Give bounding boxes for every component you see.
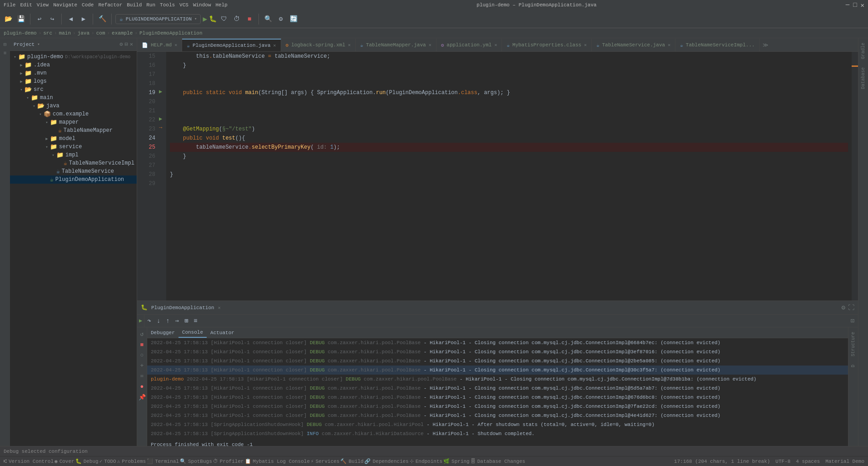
tree-item-logs[interactable]: ▶ 📁 logs — [10, 77, 137, 85]
back-button[interactable]: ◀ — [65, 14, 76, 25]
menu-tools[interactable]: Tools — [160, 2, 175, 8]
tree-item-idea[interactable]: ▶ 📁 .idea — [10, 61, 137, 69]
tool-label-gradle[interactable]: Gradle — [860, 40, 867, 62]
dependencies-button[interactable]: 🔗 Dependencies — [364, 458, 408, 464]
debug-settings-icon[interactable]: ⚙ — [842, 304, 845, 311]
tool-label-d[interactable]: D — [850, 362, 857, 370]
breadcrumb-src[interactable]: src — [43, 30, 52, 36]
search-everywhere-button[interactable]: 🔍 — [263, 14, 273, 25]
cover-button[interactable]: ◉ Cover — [55, 458, 74, 464]
run-config-dropdown[interactable]: ▾ — [194, 16, 197, 21]
tab-close-help[interactable]: ✕ — [174, 42, 177, 48]
close-button[interactable]: ✕ — [861, 1, 864, 9]
tab-application-yml[interactable]: ⚙ application.yml ✕ — [436, 39, 502, 51]
run-button[interactable]: ▶ — [203, 15, 207, 24]
maximize-button[interactable]: □ — [853, 1, 857, 9]
endpoints-button[interactable]: ⊹ Endpoints — [410, 458, 442, 464]
threads-icon[interactable]: ≡ — [191, 317, 200, 325]
tab-help-md[interactable]: 📄 HELP.md ✕ — [137, 39, 182, 51]
coverage-button[interactable]: 🛡 — [218, 14, 229, 25]
cursor-position[interactable]: 17:168 (204 chars, 1 line break) — [674, 459, 770, 464]
tree-item-mvn[interactable]: ▶ 📁 .mvn — [10, 69, 137, 77]
debug-close-button[interactable]: ✕ — [218, 305, 221, 311]
tree-item-tablename-mapper[interactable]: ☕ TableNameMapper — [10, 126, 137, 135]
menu-window[interactable]: Window — [193, 2, 211, 8]
tree-item-src[interactable]: ▾ 📂 src — [10, 85, 137, 94]
step-into-icon[interactable]: ↓ — [154, 317, 163, 325]
breadcrumb-main[interactable]: main — [59, 30, 71, 36]
tree-item-service[interactable]: ▾ 📁 service — [10, 143, 137, 151]
breakpoint-active-icon[interactable]: ● — [139, 382, 145, 391]
undo-button[interactable]: ↩ — [34, 14, 45, 25]
menu-file[interactable]: File — [4, 2, 15, 8]
debug-mute-icon[interactable]: ○ — [139, 351, 145, 360]
structure-toggle[interactable]: ⊟ — [1, 40, 9, 48]
menu-vcs[interactable]: VCS — [179, 2, 188, 8]
spotbugs-button[interactable]: 🔍 SpotBugs — [180, 458, 212, 464]
tree-item-root[interactable]: ▾ 📁 plugin-demo D:\workspace\plugin-demo — [10, 53, 137, 61]
tab-plugin-demo-app[interactable]: ☕ PluginDemoApplication.java ✕ — [182, 39, 281, 51]
collapse-all-icon[interactable]: ⊟ — [125, 41, 128, 48]
profile-button[interactable]: ⏱ — [231, 14, 242, 25]
tab-close-logback[interactable]: ✕ — [348, 42, 351, 48]
theme-info[interactable]: Material Demo — [825, 459, 864, 464]
menu-build[interactable]: Build — [127, 2, 142, 8]
right-scroll-gutter[interactable] — [852, 52, 858, 301]
actuator-tab[interactable]: Actuator — [207, 327, 238, 338]
breadcrumb-class[interactable]: PluginDemoApplication — [139, 30, 203, 36]
debug-button[interactable]: 🐛 — [209, 15, 217, 23]
forward-button[interactable]: ▶ — [78, 14, 89, 25]
tab-close-yml[interactable]: ✕ — [494, 42, 497, 48]
services-button[interactable]: ⚡ Services — [311, 458, 339, 464]
menu-help[interactable]: Help — [216, 2, 228, 8]
open-file-button[interactable]: 📂 — [3, 14, 14, 25]
debug-stop-icon[interactable]: ■ — [139, 340, 145, 350]
menu-refactor[interactable]: Refactor — [98, 2, 122, 8]
tab-close-tablename-mapper[interactable]: ✕ — [429, 42, 432, 48]
debug-add-watch-icon[interactable]: + — [139, 361, 145, 371]
tree-item-java[interactable]: ▾ 📂 java — [10, 102, 137, 110]
debug-eval-icon[interactable]: = — [139, 371, 145, 381]
window-controls[interactable]: ─ □ ✕ — [846, 1, 864, 9]
tree-item-model[interactable]: ▶ 📁 model — [10, 135, 137, 143]
menu-view[interactable]: View — [37, 2, 49, 8]
breadcrumb-com[interactable]: com — [96, 30, 105, 36]
tab-close-plugin[interactable]: ✕ — [273, 43, 276, 48]
menu-code[interactable]: Code — [82, 2, 94, 8]
spring-button[interactable]: 🌿 Spring — [443, 458, 470, 464]
tab-close-tablename-service[interactable]: ✕ — [668, 42, 670, 48]
mybatis-log-button[interactable]: 📋 Mybatis Log Console — [245, 458, 310, 464]
frames-icon[interactable]: ⊞ — [182, 317, 191, 325]
minimize-button[interactable]: ─ — [846, 1, 849, 9]
tree-item-plugin-demo-app[interactable]: ☕ PluginDemoApplication — [10, 175, 137, 184]
code-content[interactable]: this.tableNameService = tableNameService… — [166, 52, 852, 301]
tree-item-impl[interactable]: ▾ 📁 impl — [10, 151, 137, 159]
profiler-button[interactable]: ⏱ Profiler — [213, 458, 244, 464]
debug-restart-icon[interactable]: ↺ — [139, 329, 145, 339]
tree-item-mapper[interactable]: ▾ 📁 mapper — [10, 118, 137, 126]
tab-overflow-button[interactable]: ≫ — [760, 39, 771, 51]
menu-bar[interactable]: File Edit View Navigate Code Refactor Bu… — [4, 2, 228, 8]
tool-label-structure[interactable]: Structure — [850, 329, 857, 359]
run-configuration[interactable]: ☕ PLUGINDEMOOAPPLICATION ▾ — [115, 14, 201, 24]
tree-item-tablename-service-impl[interactable]: ☕ TableNameServiceImpl — [10, 159, 137, 167]
debugger-tab[interactable]: Debugger — [147, 327, 179, 338]
tab-tablename-mapper[interactable]: ☕ TableNameMapper.java ✕ — [356, 39, 436, 51]
menu-edit[interactable]: Edit — [20, 2, 32, 8]
step-out-icon[interactable]: ↑ — [163, 317, 172, 325]
database-changes-button[interactable]: 🗄 Database Changes — [471, 458, 526, 464]
menu-run[interactable]: Run — [146, 2, 155, 8]
terminal-button[interactable]: ⬛ Terminal — [147, 458, 179, 464]
git-update-button[interactable]: 🔄 — [288, 14, 299, 25]
breadcrumb-example[interactable]: example — [112, 30, 133, 36]
version-control-button[interactable]: ⑆ Version Control — [4, 459, 54, 464]
redo-button[interactable]: ↪ — [47, 14, 58, 25]
close-panel-icon[interactable]: ✕ — [130, 41, 133, 48]
sync-icon[interactable]: ⚙ — [119, 41, 123, 48]
project-panel-dropdown[interactable]: ▾ — [37, 42, 40, 47]
restore-layout-icon[interactable]: ⊡ — [849, 317, 856, 325]
stop-button[interactable]: ■ — [244, 14, 255, 25]
console-content[interactable]: 2022-04-25 17:58:13 [HikariPool-1 connec… — [147, 338, 848, 446]
hierarchy-toggle[interactable]: ≡ — [1, 49, 9, 57]
indent-info[interactable]: 4 spaces — [796, 459, 820, 464]
